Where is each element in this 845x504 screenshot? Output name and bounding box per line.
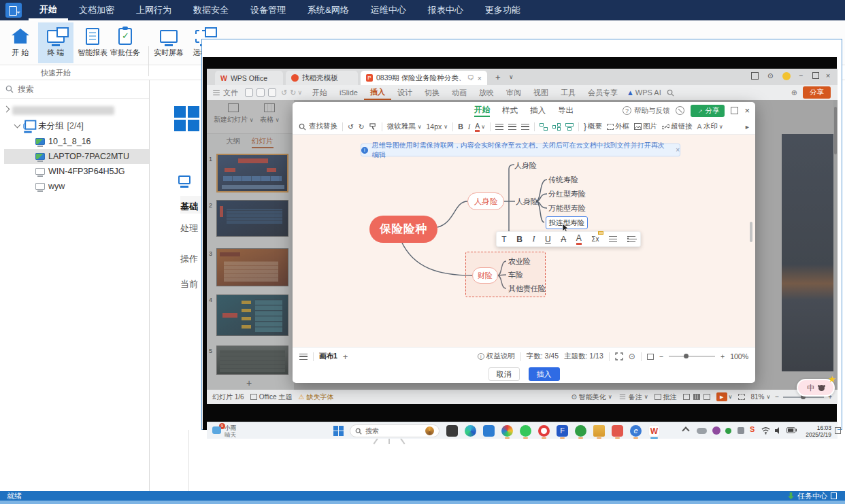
- align-left-icon[interactable]: [495, 124, 503, 130]
- align-center-icon[interactable]: [508, 124, 516, 130]
- notification-center-icon[interactable]: [835, 427, 841, 434]
- dialog-tab-style[interactable]: 样式: [502, 105, 518, 116]
- wps-menu-animation[interactable]: 动画: [446, 88, 473, 98]
- new-tab-button[interactable]: +: [495, 72, 501, 82]
- feedback-plus-icon[interactable]: ⊕: [791, 88, 797, 97]
- beautify-button[interactable]: ⊙智能美化∨: [571, 392, 612, 402]
- theme-indicator[interactable]: Office 主题: [250, 392, 293, 402]
- play-chevron-icon[interactable]: ∨: [729, 394, 733, 400]
- menu-system-network[interactable]: 系统&网络: [297, 0, 360, 20]
- numbered-list-icon[interactable]: [627, 236, 635, 242]
- menu-doc-encrypt[interactable]: 文档加密: [68, 0, 125, 20]
- notes-button[interactable]: 备注∨: [618, 392, 648, 402]
- dialog-tab-start[interactable]: 开始: [474, 105, 490, 117]
- menu-web-behavior[interactable]: 上网行为: [125, 0, 182, 20]
- s-tray-icon[interactable]: S: [750, 425, 755, 433]
- more-chevron-icon[interactable]: ∨: [297, 89, 302, 96]
- comments-button[interactable]: 批注: [655, 392, 677, 402]
- redo-icon[interactable]: ↻: [290, 88, 296, 97]
- mindmap-node[interactable]: 分红型寿险: [548, 189, 586, 199]
- sidebar-search[interactable]: [0, 80, 149, 99]
- locate-icon[interactable]: ⊙: [629, 352, 635, 361]
- save-icon[interactable]: [245, 88, 253, 97]
- zoom-chevron-icon[interactable]: ∨: [766, 394, 770, 400]
- mindmap-node-renshen[interactable]: 人身险: [467, 192, 504, 210]
- help-feedback-button[interactable]: ?帮助与反馈: [623, 106, 670, 116]
- mute-icon[interactable]: [674, 104, 686, 116]
- zoom-out-button[interactable]: −: [659, 352, 663, 360]
- wifi-icon[interactable]: [761, 426, 770, 435]
- account-avatar[interactable]: [782, 72, 791, 80]
- tab-close-icon[interactable]: ×: [478, 74, 482, 82]
- wps-menu-insert[interactable]: 插入: [364, 85, 391, 100]
- menu-home[interactable]: 开始: [29, 0, 68, 20]
- start-menu-button[interactable]: [333, 426, 344, 436]
- tree-group-ungrouped[interactable]: 未分组 [2/4]: [4, 118, 149, 134]
- popout-icon[interactable]: [731, 107, 738, 114]
- dialog-share-button[interactable]: →分享: [691, 105, 725, 117]
- zoom-value[interactable]: 81%: [750, 393, 764, 401]
- play-button[interactable]: ▶: [716, 392, 727, 401]
- dialog-close-icon[interactable]: ×: [744, 105, 750, 116]
- missing-font-warning[interactable]: ⚠缺失字体: [298, 392, 333, 402]
- zoom-out-button[interactable]: −: [775, 393, 779, 401]
- mindmap-node[interactable]: 其他责任险: [508, 284, 546, 294]
- terminal-button[interactable]: 终 端: [38, 22, 73, 63]
- underline-button[interactable]: U: [545, 235, 551, 244]
- taskbar-app-store[interactable]: [483, 425, 495, 437]
- mindmap-root-node[interactable]: 保险险种: [369, 216, 437, 243]
- taskbar-app-ie[interactable]: e: [630, 425, 642, 437]
- font-size-select[interactable]: 14px∨: [426, 122, 448, 131]
- bullet-list-icon[interactable]: [609, 236, 617, 242]
- tab-layout-icon[interactable]: [751, 72, 759, 81]
- strikethrough-button[interactable]: A: [561, 235, 566, 244]
- ime-widget[interactable]: 中 ★: [797, 379, 835, 397]
- wps-menu-transition[interactable]: 切换: [418, 88, 446, 98]
- canvas-tab[interactable]: 画布1: [319, 352, 337, 361]
- menu-report-center[interactable]: 报表中心: [417, 0, 474, 20]
- hyperlink-button[interactable]: 超链接: [662, 122, 693, 131]
- add-canvas-button[interactable]: +: [343, 352, 348, 362]
- cloud-tray-icon[interactable]: [697, 428, 707, 434]
- taskbar-app-wps-active[interactable]: W: [648, 425, 660, 437]
- taskbar-app-photos[interactable]: [446, 425, 458, 437]
- log-icon[interactable]: [831, 492, 837, 499]
- device-item[interactable]: 10_1_8_16: [4, 134, 149, 149]
- mindmap-node[interactable]: 万能型寿险: [548, 203, 586, 214]
- panel-item[interactable]: 当前: [180, 278, 198, 290]
- mindmap-node[interactable]: 人身险: [516, 197, 538, 207]
- taskbar-app-f[interactable]: F: [557, 425, 568, 437]
- structure-icon-2[interactable]: [552, 123, 561, 131]
- mindmap-node[interactable]: 车险: [508, 270, 523, 280]
- format-painter-icon[interactable]: [369, 123, 377, 131]
- formula-button[interactable]: Σx: [591, 235, 599, 243]
- mindmap-node[interactable]: 传统寿险: [548, 175, 578, 185]
- sorter-view-icon[interactable]: [693, 394, 700, 400]
- align-right-icon[interactable]: [521, 124, 529, 130]
- taskbar-app-folder[interactable]: [593, 425, 605, 437]
- frame-button[interactable]: 外框: [607, 122, 629, 131]
- smart-report-button[interactable]: 智能报表: [75, 22, 110, 63]
- italic-button[interactable]: I: [468, 123, 471, 131]
- taskbar-app-leaf[interactable]: [575, 425, 586, 437]
- menu-device-mgmt[interactable]: 设备管理: [239, 0, 297, 20]
- device-item-selected[interactable]: LAPTOP-7PAC2MTU: [4, 149, 149, 164]
- font-family-select[interactable]: 微软雅黑∨: [387, 122, 422, 131]
- taskbar-app-green[interactable]: [520, 425, 531, 437]
- tray-clock[interactable]: 16:03 2025/2/19: [800, 424, 831, 438]
- start-button[interactable]: 开 始: [3, 22, 38, 63]
- text-button[interactable]: T: [501, 235, 506, 244]
- app-logo-icon[interactable]: [5, 3, 22, 18]
- fit-screen-icon[interactable]: [615, 352, 623, 360]
- comment-bubble-icon[interactable]: 🗨: [467, 74, 474, 82]
- wps-menu-start[interactable]: 开始: [306, 88, 333, 98]
- font-color-button[interactable]: A: [576, 233, 582, 245]
- menu-ops-center[interactable]: 运维中心: [360, 0, 417, 20]
- wps-menu-islide[interactable]: iSlide: [333, 88, 364, 97]
- wps-menu-view[interactable]: 视图: [527, 88, 554, 98]
- wps-tab-docer[interactable]: 找稻壳模板: [286, 71, 358, 85]
- rights-link[interactable]: i权益说明: [478, 352, 515, 361]
- toolbar-overflow-icon[interactable]: ▸: [746, 122, 749, 131]
- tab-list-chevron-icon[interactable]: ∨: [509, 73, 514, 80]
- reading-view-icon[interactable]: [703, 394, 710, 400]
